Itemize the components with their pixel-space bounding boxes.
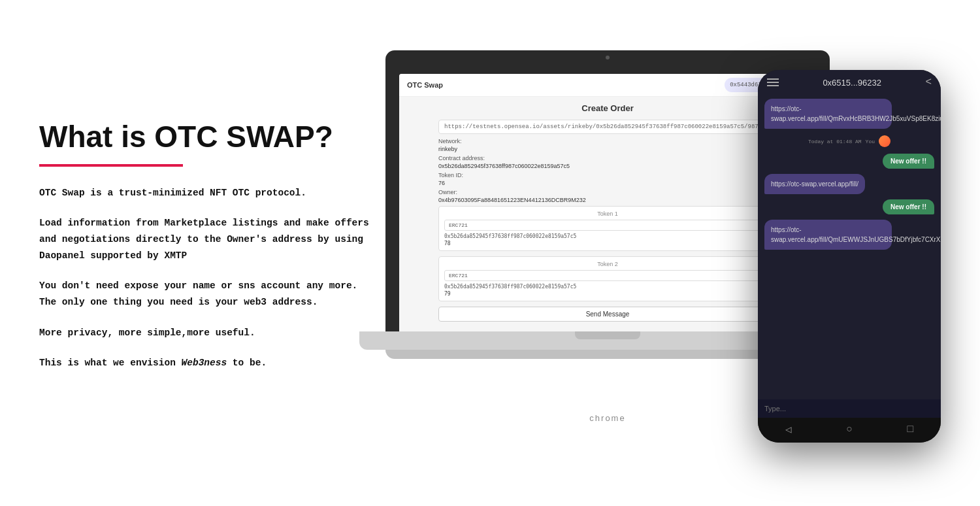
messages-container: https://otc-swap.vercel.app/fill/QmRvxHc…: [758, 92, 941, 399]
message-3: https://otc-swap.vercel.app/fill/QmUEWWJ…: [764, 220, 892, 250]
contract-value: 0x5b26da852945f37638ff987c060022e8159a57…: [438, 163, 777, 169]
timestamp-row: Today at 01:48 AM You: [764, 135, 934, 147]
token2-address: 0x5b26da852945f37638ff987c060022e8159a57…: [444, 284, 771, 290]
network-value: rinkeby: [438, 146, 777, 152]
token2-id: 79: [444, 291, 771, 297]
screen-header: OTC Swap 0x5443d67C173c7e0: [399, 74, 816, 97]
token1-type-value: ERC721: [449, 222, 468, 228]
token2-type-select[interactable]: ERC721: [444, 270, 771, 281]
laptop-screen: OTC Swap 0x5443d67C173c7e0 Create Order …: [399, 74, 816, 335]
you-label: You: [866, 139, 875, 144]
left-panel: What is OTC SWAP? OTC Swap is a trust-mi…: [39, 120, 379, 386]
token1-type-select[interactable]: ERC721: [444, 220, 771, 231]
token-id-value: 76: [438, 180, 777, 186]
new-offer-button-1[interactable]: New offer !!: [883, 154, 934, 169]
message-input[interactable]: [764, 405, 934, 413]
message-2-text: https://otc-swap.vercel.app/fill/: [771, 180, 858, 188]
message-3-text: https://otc-swap.vercel.app/fill/QmUEWWJ…: [771, 226, 941, 243]
phone-bottom-nav: ◁ ○ □: [758, 418, 941, 443]
paragraph-2: Load information from Marketplace listin…: [39, 215, 379, 263]
timestamp-text: Today at 01:48 AM: [808, 139, 862, 144]
hamburger-icon[interactable]: [767, 78, 779, 86]
user-avatar: [879, 135, 890, 147]
owner-label: Owner:: [438, 189, 777, 195]
paragraph-5: This is what we envision Web3ness to be.: [39, 355, 379, 371]
recents-nav-icon[interactable]: □: [907, 424, 914, 435]
paragraph-3: You don't need expose your name or sns a…: [39, 278, 379, 310]
token1-address: 0x5b26da852945f37638ff987c060022e8159a57…: [444, 233, 771, 239]
token2-label: Token 2: [444, 261, 771, 267]
send-message-button[interactable]: Send Message: [438, 307, 777, 322]
paragraph-4: More privacy, more simple,more useful.: [39, 325, 379, 341]
menu-line-1: [767, 78, 779, 80]
contract-label: Contract address:: [438, 155, 777, 161]
create-order-heading: Create Order: [438, 103, 777, 113]
token-id-label: Token ID:: [438, 172, 777, 178]
right-panel: OTC Swap 0x5443d67C173c7e0 Create Order …: [385, 31, 941, 475]
phone-top-bar: 0x6515...96232 <: [758, 70, 941, 92]
chrome-brand-label: chrome: [589, 413, 625, 423]
back-icon[interactable]: <: [925, 76, 932, 88]
token2-type-value: ERC721: [449, 273, 468, 278]
url-input[interactable]: https://testnets.opensea.io/assets/rinke…: [438, 120, 777, 134]
new-offer-button-2[interactable]: New offer !!: [883, 199, 934, 214]
token1-id: 78: [444, 241, 771, 246]
phone-wallet-address: 0x6515...96232: [823, 78, 881, 88]
token1-label: Token 1: [444, 211, 771, 217]
owner-value: 0x4b97603095Fa88481651223EN4412136DCBR9M…: [438, 197, 777, 203]
menu-line-3: [767, 85, 779, 86]
laptop-camera: [606, 56, 610, 59]
message-1-text: https://otc-swap.vercel.app/fill/QmRvxHc…: [771, 105, 941, 122]
screen-app-title: OTC Swap: [407, 81, 443, 89]
page-title: What is OTC SWAP?: [39, 120, 379, 154]
message-input-bar: [758, 399, 941, 418]
token2-section: Token 2 ERC721 0x5b26da852945f37638ff987…: [438, 256, 777, 301]
message-1: https://otc-swap.vercel.app/fill/QmRvxHc…: [764, 99, 892, 129]
home-nav-icon[interactable]: ○: [846, 424, 853, 435]
title-divider: [39, 164, 183, 167]
laptop-base-notch: [575, 331, 640, 339]
paragraph-1: OTC Swap is a trust-minimized NFT OTC pr…: [39, 185, 379, 201]
message-2: https://otc-swap.vercel.app/fill/: [764, 174, 865, 194]
screen-content: Create Order https://testnets.opensea.io…: [399, 97, 816, 335]
back-nav-icon[interactable]: ◁: [785, 423, 792, 436]
italic-word: Web3ness: [182, 358, 227, 368]
menu-line-2: [767, 82, 779, 83]
network-label: Network:: [438, 138, 777, 144]
phone-mockup: 0x6515...96232 < https://otc-swap.vercel…: [758, 70, 941, 443]
token1-section: Token 1 ERC721 0x5b26da852945f37638ff987…: [438, 206, 777, 251]
